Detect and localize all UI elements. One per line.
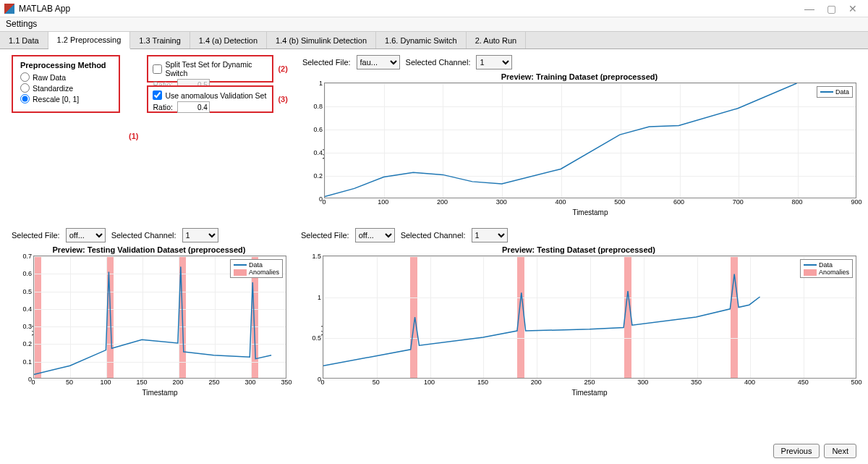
split-test-panel: Split Test Set for Dynamic Switch Ratio: xyxy=(147,55,273,83)
y-tick: 1 xyxy=(319,80,325,87)
tab-1-2-preprocessing[interactable]: 1.2 Preprocessing xyxy=(48,32,131,49)
valid-plot: 00.10.20.30.40.50.60.7DataAnomalies xyxy=(33,256,286,379)
x-tick: 500 xyxy=(614,198,625,206)
legend: DataAnomalies xyxy=(800,259,853,278)
tab-strip: 1.1 Data1.2 Preprocessing1.3 Training1.4… xyxy=(0,32,868,49)
x-tick: 900 xyxy=(851,198,861,206)
anom-validation-label: Use anomalous Validation Set xyxy=(165,91,266,100)
x-tick: 150 xyxy=(136,379,147,386)
maximize-icon[interactable]: ▢ xyxy=(820,3,842,14)
x-tick: 150 xyxy=(477,379,488,386)
y-tick: 0.2 xyxy=(313,172,325,180)
next-button[interactable]: Next xyxy=(824,444,856,458)
preproc-radio-2[interactable] xyxy=(20,94,30,104)
preproc-radio-1[interactable] xyxy=(20,83,30,93)
training-chart-title: Preview: Training Dataset (preprocessed) xyxy=(302,72,856,81)
x-tick: 400 xyxy=(744,379,755,386)
x-tick: 600 xyxy=(673,198,684,206)
selected-file-label: Selected File: xyxy=(301,231,349,240)
anom-ratio-input[interactable] xyxy=(177,101,210,113)
x-tick: 350 xyxy=(691,379,702,386)
valid-channel-select[interactable]: 1 xyxy=(182,228,218,242)
x-axis-label: Timestamp xyxy=(323,389,856,397)
x-tick: 400 xyxy=(556,198,566,206)
x-tick: 300 xyxy=(637,379,648,386)
test-plot: 00.511.5DataAnomalies xyxy=(323,256,856,379)
selected-file-label: Selected File: xyxy=(12,231,60,240)
annotation-2: (2) xyxy=(278,64,287,73)
y-tick: 0.5 xyxy=(312,334,323,342)
tab-1-1-data[interactable]: 1.1 Data xyxy=(0,32,48,48)
titlebar: MATLAB App — ▢ ✕ xyxy=(0,0,868,17)
annotation-1: (1) xyxy=(129,132,138,140)
preproc-option-label: Raw Data xyxy=(33,73,66,82)
x-tick: 200 xyxy=(172,379,183,386)
matlab-logo-icon xyxy=(4,4,14,14)
anom-ratio-label: Ratio: xyxy=(153,103,172,111)
x-tick: 350 xyxy=(281,379,292,386)
training-file-select[interactable]: fau... xyxy=(357,55,400,69)
split-test-label: Split Test Set for Dynamic Switch xyxy=(165,60,268,77)
test-file-select[interactable]: off... xyxy=(355,228,395,242)
preproc-option-label: Standardize xyxy=(33,84,73,93)
tab-1-4--b--simulink-detection[interactable]: 1.4 (b) Simulink Detection xyxy=(267,32,376,48)
y-tick: 0.6 xyxy=(22,270,34,277)
y-tick: 0.4 xyxy=(22,305,34,313)
y-tick: 0.3 xyxy=(22,323,34,330)
annotation-3: (3) xyxy=(278,95,287,104)
x-tick: 0 xyxy=(322,198,326,206)
selected-channel-label: Selected Channel: xyxy=(406,58,471,67)
preprocessing-method-panel: Preprocessing Method Raw DataStandardize… xyxy=(12,55,120,113)
tab-1-6--dynamic-switch[interactable]: 1.6. Dynamic Switch xyxy=(376,32,467,48)
x-tick: 300 xyxy=(496,198,507,206)
valid-chart-title: Preview: Testing Validation Dataset (pre… xyxy=(12,245,286,254)
x-tick: 450 xyxy=(798,379,809,386)
x-tick: 500 xyxy=(851,379,861,386)
y-tick: 0.8 xyxy=(313,103,325,110)
anom-validation-panel: Use anomalous Validation Set Ratio: xyxy=(147,85,273,113)
x-tick: 100 xyxy=(424,379,435,386)
training-channel-select[interactable]: 1 xyxy=(476,55,512,69)
x-tick: 250 xyxy=(208,379,219,386)
menubar: Settings xyxy=(0,17,868,32)
y-tick: 0.7 xyxy=(22,253,34,260)
y-tick: 1.5 xyxy=(312,253,323,260)
selected-file-label: Selected File: xyxy=(302,58,351,67)
selected-channel-label: Selected Channel: xyxy=(401,231,466,240)
test-channel-select[interactable]: 1 xyxy=(472,228,508,242)
x-tick: 0 xyxy=(31,379,35,386)
valid-file-select[interactable]: off... xyxy=(66,228,106,242)
selected-channel-label: Selected Channel: xyxy=(111,231,176,240)
x-tick: 100 xyxy=(378,198,388,206)
x-axis-label: Timestamp xyxy=(33,389,286,397)
y-tick: 0.1 xyxy=(22,358,34,366)
tab-1-3-training[interactable]: 1.3 Training xyxy=(130,32,190,48)
legend: Data xyxy=(817,86,853,98)
legend: DataAnomalies xyxy=(230,259,283,278)
training-plot: 00.20.40.60.81Data xyxy=(324,83,856,198)
close-icon[interactable]: ✕ xyxy=(842,3,864,14)
menu-settings[interactable]: Settings xyxy=(6,19,37,29)
window-title: MATLAB App xyxy=(19,4,799,14)
tab-1-4--a--detection[interactable]: 1.4 (a) Detection xyxy=(190,32,267,48)
preproc-option-label: Rescale [0, 1] xyxy=(33,95,79,104)
test-chart-title: Preview: Testing Dataset (preprocessed) xyxy=(301,245,856,254)
x-tick: 200 xyxy=(437,198,448,206)
x-tick: 50 xyxy=(373,379,380,386)
y-tick: 0.5 xyxy=(22,288,34,295)
split-test-checkbox[interactable] xyxy=(153,64,162,74)
y-tick: 0.2 xyxy=(22,340,34,347)
preproc-radio-0[interactable] xyxy=(20,72,30,82)
y-tick: 0.4 xyxy=(313,149,325,156)
tab-2--auto-run[interactable]: 2. Auto Run xyxy=(467,32,527,48)
minimize-icon[interactable]: — xyxy=(799,3,820,14)
previous-button[interactable]: Previous xyxy=(773,444,820,458)
anom-validation-checkbox[interactable] xyxy=(153,90,162,100)
preprocessing-title: Preprocessing Method xyxy=(20,61,111,69)
y-tick: 1 xyxy=(318,294,323,301)
x-axis-label: Timestamp xyxy=(324,208,856,216)
x-tick: 50 xyxy=(66,379,73,386)
x-tick: 0 xyxy=(320,379,324,386)
y-tick: 0.6 xyxy=(313,126,325,133)
x-tick: 200 xyxy=(531,379,542,386)
